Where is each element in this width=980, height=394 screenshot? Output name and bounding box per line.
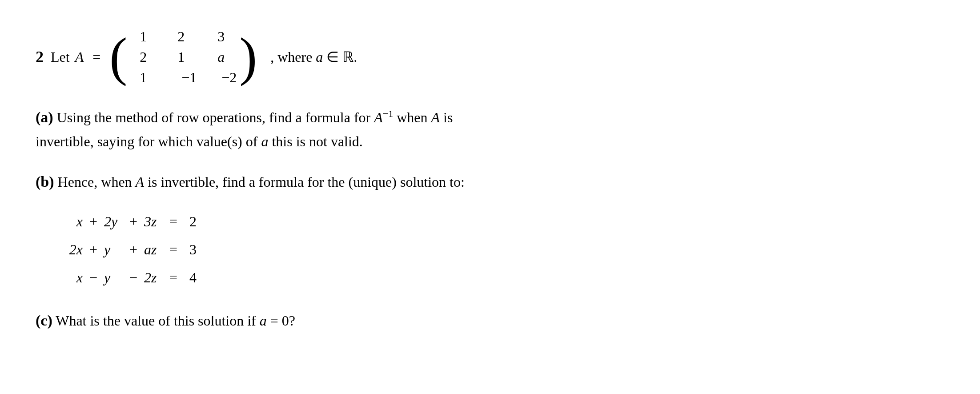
- problem-number: 2: [36, 48, 44, 66]
- page-content: 2 Let A = ( 1 2 3 2 1 a 1 −1 −2 ) ,: [36, 27, 944, 333]
- eq2-op2: +: [125, 236, 142, 264]
- eq1-rhs: 2: [182, 208, 205, 236]
- eq2-term1: 2x: [62, 236, 84, 264]
- eq3-equals: =: [165, 264, 182, 292]
- matrix-expression: A = ( 1 2 3 2 1 a 1 −1 −2 ) , where a ∈ …: [75, 27, 357, 87]
- part-a-line2-text: invertible, saying for which value(s) of…: [36, 133, 363, 149]
- where-text: , where a ∈ ℝ.: [270, 48, 357, 65]
- equation-1: x + 2y + 3z = 2: [62, 208, 205, 236]
- part-a-text: (a) Using the method of row operations, …: [36, 105, 944, 130]
- eq1-op2: +: [125, 208, 142, 236]
- eq1-equals: =: [165, 208, 182, 236]
- eq3-term2: y: [102, 264, 125, 292]
- matrix-wrapper: ( 1 2 3 2 1 a 1 −1 −2 ): [109, 27, 257, 87]
- system-equations: x + 2y + 3z = 2 2x + y + az = 3 x −: [62, 208, 205, 292]
- matrix-cell-r1c2: a: [205, 49, 237, 65]
- part-c-content: What is the value of this solution if a …: [56, 313, 295, 329]
- matrix-cell-r0c2: 3: [205, 28, 237, 45]
- matrix-grid: 1 2 3 2 1 a 1 −1 −2: [130, 27, 237, 87]
- matrix-cell-r2c0: 1: [130, 69, 157, 86]
- matrix-cell-r2c1: −1: [165, 69, 197, 86]
- eq3-rhs: 4: [182, 264, 205, 292]
- part-b-label: (b): [36, 173, 54, 190]
- eq1-op1: +: [84, 208, 102, 236]
- eq3-op2: −: [125, 264, 142, 292]
- equation-2: 2x + y + az = 3: [62, 236, 205, 264]
- eq3-term3: 2z: [142, 264, 165, 292]
- part-a: (a) Using the method of row operations, …: [36, 105, 944, 153]
- matrix-cell-r2c2: −2: [205, 69, 237, 86]
- equals-sign: =: [92, 49, 100, 65]
- matrix-cell-r1c0: 2: [130, 49, 157, 65]
- matrix-variable: A: [75, 49, 84, 65]
- part-c-text: (c) What is the value of this solution i…: [36, 308, 944, 333]
- right-bracket: ): [239, 30, 257, 84]
- part-a-label: (a): [36, 109, 53, 125]
- let-text: Let: [51, 49, 70, 65]
- eq3-op1: −: [84, 264, 102, 292]
- eq2-equals: =: [165, 236, 182, 264]
- equation-3: x − y − 2z = 4: [62, 264, 205, 292]
- eq2-term2: y: [102, 236, 125, 264]
- part-b-content: Hence, when A is invertible, find a form…: [58, 174, 465, 190]
- matrix-cell-r0c1: 2: [165, 28, 197, 45]
- eq3-term1: x: [62, 264, 84, 292]
- eq1-term3: 3z: [142, 208, 165, 236]
- part-a-content: Using the method of row operations, find…: [57, 109, 453, 125]
- matrix-cell-r0c0: 1: [130, 28, 157, 45]
- eq2-rhs: 3: [182, 236, 205, 264]
- problem-header: 2 Let A = ( 1 2 3 2 1 a 1 −1 −2 ) ,: [36, 27, 944, 87]
- part-c: (c) What is the value of this solution i…: [36, 308, 944, 333]
- part-c-label: (c): [36, 312, 52, 329]
- eq1-term1: x: [62, 208, 84, 236]
- part-b-text: (b) Hence, when A is invertible, find a …: [36, 169, 944, 194]
- eq2-term3: az: [142, 236, 165, 264]
- matrix-cell-r1c1: 1: [165, 49, 197, 65]
- left-bracket: (: [109, 30, 127, 84]
- eq2-op1: +: [84, 236, 102, 264]
- part-b: (b) Hence, when A is invertible, find a …: [36, 169, 944, 292]
- part-a-line2: invertible, saying for which value(s) of…: [36, 130, 944, 153]
- eq1-term2: 2y: [102, 208, 125, 236]
